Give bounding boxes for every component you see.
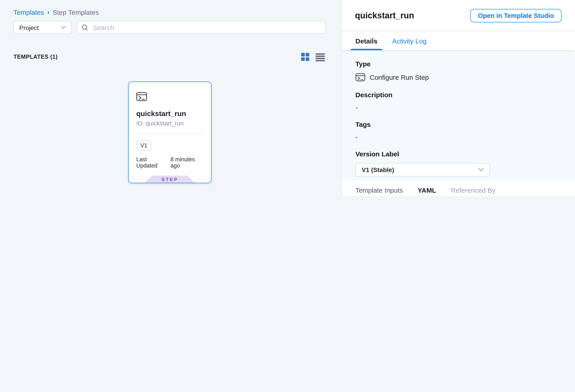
type-value: Configure Run Step bbox=[370, 73, 429, 81]
tab-details[interactable]: Details bbox=[355, 31, 377, 50]
tab-yaml[interactable]: YAML bbox=[418, 180, 436, 196]
list-header-row: TEMPLATES (1) bbox=[13, 52, 325, 61]
run-step-icon bbox=[136, 92, 147, 101]
card-divider bbox=[136, 134, 203, 134]
breadcrumb: Templates › Step Templates bbox=[13, 8, 99, 16]
open-template-studio-button[interactable]: Open in Template Studio bbox=[470, 9, 562, 22]
version-select[interactable]: V1 (Stable) bbox=[355, 163, 490, 177]
tab-referenced-by[interactable]: Referenced By bbox=[451, 180, 495, 196]
grid-view-icon[interactable] bbox=[301, 52, 310, 61]
description-value: - bbox=[355, 103, 561, 111]
type-value-row: Configure Run Step bbox=[355, 73, 561, 82]
tab-template-inputs[interactable]: Template Inputs bbox=[355, 180, 403, 196]
type-label: Type bbox=[355, 60, 561, 68]
card-id: ID: quickstart_run bbox=[136, 120, 203, 127]
template-details-panel: quickstart_run Open in Template Studio D… bbox=[341, 0, 575, 196]
search-input[interactable] bbox=[92, 23, 321, 32]
template-card[interactable]: quickstart_run ID: quickstart_run V1 Las… bbox=[128, 82, 212, 183]
view-toggles bbox=[301, 52, 325, 61]
templates-page: Templates › Step Templates Project TEMPL… bbox=[0, 0, 575, 196]
tab-yaml-label: YAML bbox=[418, 186, 436, 194]
templates-count-label: TEMPLATES (1) bbox=[13, 54, 58, 60]
card-title: quickstart_run bbox=[136, 110, 203, 118]
tags-label: Tags bbox=[355, 120, 561, 128]
version-badge: V1 bbox=[136, 140, 151, 151]
scope-select[interactable]: Project bbox=[13, 21, 72, 34]
breadcrumb-separator-icon: › bbox=[47, 8, 49, 16]
search-box bbox=[77, 21, 326, 34]
active-tab-underline bbox=[350, 49, 382, 50]
yaml-tab-bar: Template Inputs YAML Referenced By bbox=[341, 180, 575, 196]
list-view-icon[interactable] bbox=[315, 53, 325, 61]
details-content: Type Configure Run Step Description - Ta… bbox=[341, 50, 575, 180]
chevron-down-icon bbox=[61, 26, 66, 29]
last-updated-label: Last Updated bbox=[136, 156, 168, 169]
scope-select-value: Project bbox=[19, 24, 39, 31]
description-label: Description bbox=[355, 91, 561, 99]
chevron-down-icon bbox=[478, 168, 483, 172]
details-title: quickstart_run bbox=[355, 11, 414, 20]
template-list-panel: Templates › Step Templates Project TEMPL… bbox=[0, 0, 341, 196]
version-select-value: V1 (Stable) bbox=[362, 166, 394, 173]
run-step-icon bbox=[355, 73, 365, 82]
details-header: quickstart_run Open in Template Studio bbox=[341, 0, 575, 31]
tab-activity-log[interactable]: Activity Log bbox=[392, 31, 427, 50]
breadcrumb-current: Step Templates bbox=[53, 8, 99, 16]
tags-value: - bbox=[355, 133, 561, 141]
version-label: Version Label bbox=[355, 150, 561, 158]
tab-details-label: Details bbox=[355, 37, 377, 45]
last-updated-value: 8 minutes ago bbox=[170, 156, 203, 169]
last-updated-row: Last Updated 8 minutes ago bbox=[136, 156, 203, 169]
step-type-ribbon: STEP bbox=[145, 176, 195, 183]
filter-row: Project bbox=[13, 21, 326, 34]
search-icon bbox=[82, 24, 88, 31]
details-tab-bar: Details Activity Log bbox=[341, 31, 575, 50]
breadcrumb-templates-link[interactable]: Templates bbox=[13, 8, 44, 16]
